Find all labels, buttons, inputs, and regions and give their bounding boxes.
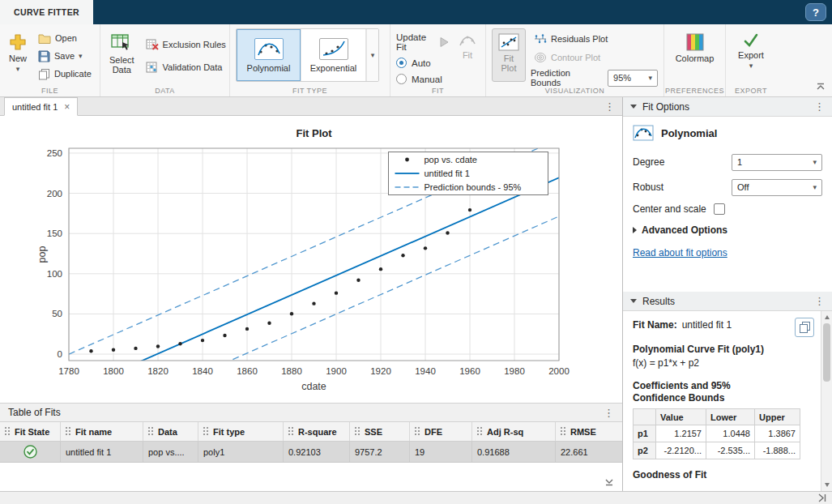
section-label-file: FILE [0, 87, 100, 95]
coef-header-blank [634, 409, 656, 425]
exclusion-rules-button[interactable]: Exclusion Rules [143, 36, 229, 53]
column-label: Fit State [15, 427, 49, 437]
section-label-data: DATA [100, 87, 229, 95]
validation-data-icon [146, 62, 159, 73]
figure-panel: untitled fit 1 1780180018201840186018801… [0, 97, 622, 491]
column-header-fit-type[interactable]: Fit type [198, 422, 284, 441]
data-cell: pop vs.... [143, 442, 198, 462]
open-button[interactable]: Open [35, 30, 95, 46]
fit-curve-icon [459, 33, 476, 48]
export-button[interactable]: Export [732, 28, 770, 82]
document-tab-untitled-fit-1[interactable]: untitled fit 1 [4, 97, 78, 116]
select-data-button[interactable]: Select Data [106, 28, 138, 82]
fit-type-exponential-button[interactable]: Exponential [301, 29, 366, 81]
run-play-icon[interactable] [437, 36, 450, 49]
column-grip-icon [477, 427, 483, 436]
model-equation: f(x) = p1*x + p2 [633, 357, 809, 369]
section-label-preferences: PREFERENCES [664, 87, 725, 95]
expand-panel-icon[interactable] [817, 493, 826, 504]
scroll-down-icon[interactable] [821, 480, 832, 490]
column-header-data[interactable]: Data [143, 422, 198, 441]
robust-select[interactable]: Off [732, 179, 822, 196]
svg-text:1820: 1820 [147, 366, 169, 376]
new-button[interactable]: New [6, 28, 30, 82]
fit-button-label: Fit [463, 50, 472, 60]
svg-text:1920: 1920 [370, 366, 391, 376]
section-label-export: EXPORT [726, 87, 776, 95]
column-label: Fit name [75, 427, 112, 437]
open-folder-icon [38, 33, 51, 44]
fit-type-polynomial-button[interactable]: Polynomial [237, 29, 301, 81]
colormap-button[interactable]: Colormap [672, 28, 719, 82]
svg-text:100: 100 [47, 269, 62, 279]
column-grip-icon [561, 427, 566, 436]
svg-text:1960: 1960 [459, 366, 480, 376]
table-of-fits-menu-icon[interactable] [604, 407, 614, 419]
ribbon-tab-curve-fitter[interactable]: CURVE FITTER [0, 0, 93, 24]
scroll-up-icon[interactable] [821, 312, 832, 322]
residuals-plot-button[interactable]: Residuals Plot [531, 31, 658, 47]
validation-data-button[interactable]: Validation Data [143, 59, 229, 75]
auto-radio[interactable]: Auto [396, 58, 450, 68]
status-bar [0, 491, 832, 504]
degree-select[interactable]: 1 [732, 154, 822, 171]
help-button[interactable]: ? [805, 3, 826, 21]
ribbon-section-preferences: Colormap PREFERENCES [664, 24, 726, 96]
column-header-dfe[interactable]: DFE [410, 422, 472, 441]
coef-row-p1: p1 1.2157 1.0448 1.3867 [634, 425, 800, 442]
goodness-of-fit-title: Goodness of Fit [633, 469, 809, 481]
duplicate-button[interactable]: Duplicate [35, 66, 95, 82]
expand-triangle-icon [633, 227, 637, 233]
column-header-fit-name[interactable]: Fit name [61, 422, 143, 441]
advanced-options-label: Advanced Options [642, 224, 727, 236]
prediction-bounds-select[interactable]: 95% [608, 70, 658, 87]
ribbon-section-data: Select Data Exclusion Rules Validation D… [100, 24, 230, 96]
document-tab-bar: untitled fit 1 [0, 97, 622, 116]
results-scrollbar[interactable] [821, 311, 832, 491]
ribbon-section-fit: Update Fit Auto Manual Fit FIT [390, 24, 486, 96]
table-row[interactable]: untitled fit 1 pop vs.... poly1 0.92103 … [0, 442, 622, 463]
center-and-scale-checkbox[interactable] [714, 203, 725, 215]
advanced-options-expander[interactable]: Advanced Options [633, 224, 822, 236]
collapse-triangle-icon [630, 105, 637, 109]
scrollbar-thumb[interactable] [823, 323, 830, 382]
column-grip-icon [355, 427, 361, 436]
contour-plot-button[interactable]: Contour Plot [531, 49, 658, 66]
column-header-adj-r-sq[interactable]: Adj R-sq [472, 422, 556, 441]
column-grip-icon [288, 427, 294, 436]
fit-type-gallery-expand-button[interactable] [366, 29, 378, 81]
copy-icon [800, 322, 810, 333]
column-header-r-square[interactable]: R-square [284, 422, 350, 441]
collapse-ribbon-icon[interactable] [816, 82, 826, 93]
column-header-sse[interactable]: SSE [350, 422, 410, 441]
read-about-fit-options-link[interactable]: Read about fit options [633, 247, 727, 258]
column-grip-icon [5, 427, 11, 436]
collapse-table-panel-icon[interactable] [604, 477, 614, 489]
figure-panel-menu-icon[interactable] [604, 100, 622, 115]
fit-type-cell: poly1 [198, 442, 284, 462]
results-header[interactable]: Results [623, 292, 832, 311]
fit-plot[interactable]: 1780180018201840186018801900192019401960… [0, 116, 622, 403]
fit-plot-toggle-button[interactable]: Fit Plot [492, 28, 526, 82]
chevron-down-icon [371, 52, 375, 59]
polynomial-small-icon [633, 125, 654, 141]
coefficients-title: Coefficients and 95% Confidence Bounds [633, 380, 783, 404]
chevron-down-icon [813, 159, 817, 166]
coef-p2-lower: -2.535... [706, 442, 755, 459]
close-icon[interactable] [64, 102, 70, 112]
column-header-rmse[interactable]: RMSE [556, 422, 622, 441]
colormap-label: Colormap [676, 53, 715, 63]
fit-options-menu-icon[interactable] [814, 100, 825, 113]
fit-options-header[interactable]: Fit Options [623, 97, 832, 117]
save-button[interactable]: Save [35, 48, 95, 64]
ribbon-section-visualization: Fit Plot Residuals Plot Contour Plot Pre… [486, 24, 664, 96]
copy-results-button[interactable] [795, 318, 814, 337]
results-menu-icon[interactable] [814, 295, 825, 307]
svg-text:1840: 1840 [192, 366, 213, 376]
radio-unselected-icon [396, 74, 407, 84]
column-header-fit-state[interactable]: Fit State [0, 422, 61, 441]
manual-radio[interactable]: Manual [396, 74, 450, 84]
contour-plot-label: Contour Plot [551, 53, 600, 62]
adj-r-sq-cell: 0.91688 [472, 442, 556, 462]
fit-button[interactable]: Fit [455, 28, 480, 82]
